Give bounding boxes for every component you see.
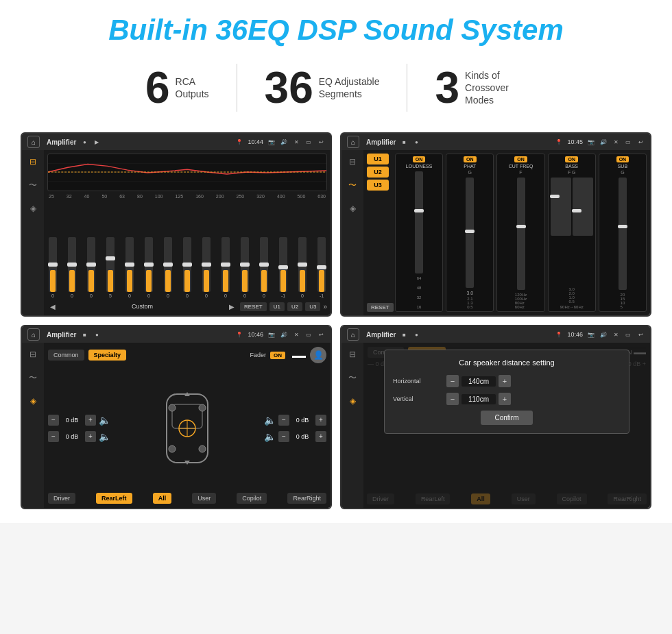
copilot-btn[interactable]: Copilot (237, 493, 267, 504)
phat-slider[interactable] (466, 178, 474, 288)
x-icon-1[interactable]: ✕ (292, 138, 300, 146)
all-btn[interactable]: All (153, 493, 172, 504)
play-icon-1[interactable]: ▶ (93, 138, 101, 146)
sidebar-wave-icon-4[interactable]: 〜 (345, 370, 360, 385)
eq-u1-btn[interactable]: U1 (269, 302, 285, 311)
eq-u3-btn[interactable]: U3 (305, 302, 320, 311)
sub-slider[interactable] (619, 178, 627, 290)
u3-btn[interactable]: U3 (367, 180, 389, 191)
volume-icon-4: 🔊 (599, 330, 608, 339)
eq-next-btn[interactable]: ▶ (226, 301, 237, 312)
sidebar-wave-icon-2[interactable]: 〜 (345, 178, 360, 193)
minus-bl[interactable]: − (48, 431, 59, 442)
eq-slider-track-2[interactable] (87, 237, 95, 292)
fader-right: 🔈 − 0 dB + 🔈 − 0 dB + (264, 366, 326, 490)
plus-br[interactable]: + (315, 431, 326, 442)
eq-slider-track-14[interactable] (317, 237, 326, 292)
eq-slider-track-10[interactable] (241, 237, 249, 292)
eq-slider-track-9[interactable] (221, 237, 230, 292)
panel-loudness: ON LOUDNESS 64483216 (395, 154, 443, 312)
stat-label-crossover: Kinds of Crossover Modes (465, 69, 527, 107)
eq-reset-btn[interactable]: RESET (240, 302, 267, 311)
u2-btn[interactable]: U2 (367, 167, 389, 178)
sidebar-eq-icon-4[interactable]: ⊟ (345, 347, 360, 362)
cutfreq-slider[interactable] (517, 178, 525, 290)
eq-slider-track-5[interactable] (145, 237, 153, 292)
confirm-button[interactable]: Confirm (481, 411, 532, 425)
back-icon-1[interactable]: ↩ (317, 138, 325, 146)
common-tab[interactable]: Common (48, 350, 84, 361)
phat-val: 3.0 (466, 291, 473, 295)
home-icon[interactable]: ⌂ (27, 136, 40, 148)
rearleft-btn[interactable]: RearLeft (96, 493, 132, 504)
back-icon-2[interactable]: ↩ (636, 138, 645, 146)
eq-slider-track-13[interactable] (298, 237, 307, 292)
rearright-btn[interactable]: RearRight (287, 493, 326, 504)
sidebar-spkr-icon-3[interactable]: ◈ (25, 393, 40, 409)
sidebar-wave-icon-3[interactable]: 〜 (25, 370, 40, 385)
eq-slider-track-0[interactable] (49, 237, 57, 292)
eq-u2-btn[interactable]: U2 (287, 302, 302, 311)
bass-slider-f[interactable] (551, 178, 571, 236)
eq-prev-btn[interactable]: ◀ (47, 301, 58, 312)
eq-slider-track-12[interactable] (279, 237, 287, 292)
svg-point-11 (199, 446, 206, 452)
sidebar-wave-icon[interactable]: 〜 (25, 178, 40, 193)
eq-val-11: 0 (263, 293, 265, 298)
eq-slider-track-6[interactable] (164, 237, 172, 292)
stat-rca: 6 RCA Outputs (118, 66, 237, 110)
minus-br[interactable]: − (278, 431, 289, 442)
sidebar-spkr-icon-2[interactable]: ◈ (345, 201, 360, 216)
amp-screen-crossover: ⌂ Amplifier ■ ● 📍 10:45 📷 🔊 ✕ ▭ ↩ ⊟ (341, 134, 650, 315)
vol-row-br: 🔈 − 0 dB + (264, 431, 326, 442)
x-icon-4[interactable]: ✕ (612, 330, 620, 339)
driver-btn[interactable]: Driver (48, 493, 75, 504)
eq-slider-track-11[interactable] (260, 237, 268, 292)
vertical-minus[interactable]: − (446, 393, 459, 405)
back-icon-4[interactable]: ↩ (636, 330, 645, 339)
home-icon-4[interactable]: ⌂ (347, 328, 359, 341)
eq-slider-col-0: 0 (49, 237, 57, 298)
eq-val-7: 0 (186, 293, 189, 298)
reset-btn-cross[interactable]: RESET (367, 303, 394, 312)
pin-icon-3: 📍 (235, 330, 243, 339)
camera-icon-2: 📷 (587, 138, 595, 146)
eq-slider-track-3[interactable] (106, 237, 115, 292)
sidebar-spkr-icon-4[interactable]: ◈ (345, 393, 360, 409)
vertical-plus[interactable]: + (499, 393, 511, 405)
horizontal-value: 140cm (461, 376, 496, 387)
eq-slider-track-8[interactable] (202, 237, 211, 292)
eq-val-14: -1 (320, 293, 324, 298)
u1-btn[interactable]: U1 (367, 154, 389, 164)
specialty-tab[interactable]: Specialty (88, 350, 127, 361)
horizontal-minus[interactable]: − (446, 375, 459, 387)
eq-val-2: 0 (90, 293, 93, 298)
horizontal-plus[interactable]: + (499, 375, 511, 387)
sidebar-eq-icon-2[interactable]: ⊟ (345, 154, 360, 169)
driver-bg-btn: Driver (367, 493, 394, 504)
vol-val-tl: 0 dB (62, 417, 82, 424)
eq-slider-track-7[interactable] (183, 237, 191, 292)
minus-tl[interactable]: − (48, 415, 59, 426)
phat-on: ON (464, 156, 477, 162)
more-icon-1[interactable]: » (323, 303, 327, 310)
plus-tr[interactable]: + (315, 415, 326, 426)
x-icon-2[interactable]: ✕ (612, 138, 620, 146)
plus-tl[interactable]: + (85, 415, 96, 426)
sidebar-eq-icon-3[interactable]: ⊟ (25, 347, 40, 362)
x-icon-3[interactable]: ✕ (292, 330, 300, 339)
eq-slider-track-1[interactable] (68, 237, 76, 292)
back-icon-3[interactable]: ↩ (317, 330, 325, 339)
home-icon-3[interactable]: ⌂ (27, 328, 40, 341)
eq-slider-track-4[interactable] (125, 237, 134, 292)
vertical-value: 110cm (461, 394, 496, 404)
minus-tr[interactable]: − (278, 415, 289, 426)
user-btn[interactable]: User (192, 493, 216, 504)
sidebar-eq-icon[interactable]: ⊟ (25, 154, 40, 169)
sidebar-speaker-icon[interactable]: ◈ (25, 201, 40, 216)
plus-bl[interactable]: + (85, 431, 96, 442)
crossover-panels: ON LOUDNESS 64483216 (395, 154, 647, 312)
home-icon-2[interactable]: ⌂ (347, 136, 359, 148)
bass-slider-g[interactable] (573, 178, 593, 236)
loudness-slider[interactable] (415, 171, 423, 273)
